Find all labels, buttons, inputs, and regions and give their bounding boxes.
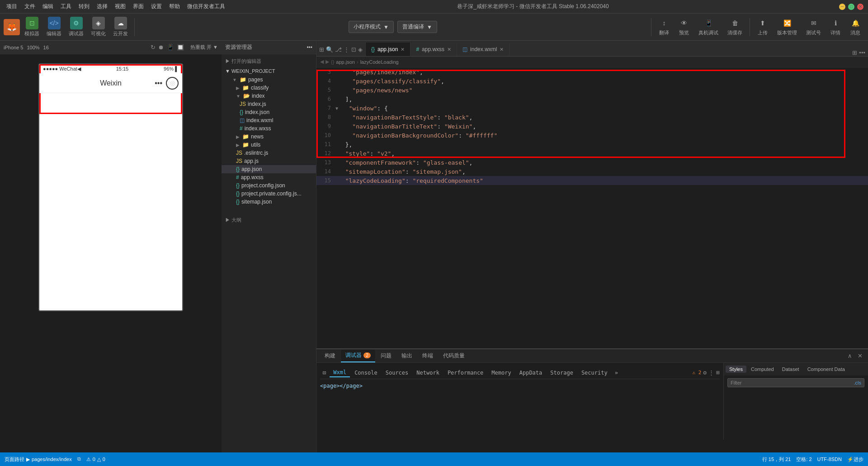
menu-project[interactable]: 项目 <box>5 2 19 11</box>
tab-security[interactable]: Security <box>578 369 611 377</box>
file-item-index-wxml[interactable]: ◫ index.wxml <box>222 116 316 124</box>
tab-memory[interactable]: Memory <box>488 369 514 377</box>
breadcrumb-nav-back[interactable]: ◀ <box>320 59 324 65</box>
copy-icon[interactable]: ⧉ <box>77 456 81 463</box>
tab-action-split-icon[interactable]: ⊞ <box>852 49 857 56</box>
menu-help[interactable]: 帮助 <box>167 2 182 11</box>
tab-split-icon[interactable]: ⊞ <box>319 46 324 53</box>
tab-extra-icon[interactable]: ⊡ <box>351 46 356 53</box>
menu-goto[interactable]: 转到 <box>77 2 91 11</box>
breadcrumb-nav-forward[interactable]: ▶ <box>326 59 329 65</box>
tab-more-chevron[interactable]: » <box>612 369 621 377</box>
details-btn[interactable]: ℹ 详情 <box>826 16 844 38</box>
tab-action-more-icon[interactable]: ••• <box>859 49 865 56</box>
file-item-index-json[interactable]: {} index.json <box>222 108 316 116</box>
tab-appjson[interactable]: {} app.json ✕ <box>366 43 410 56</box>
tab-cloud-icon[interactable]: ◈ <box>358 46 363 53</box>
right-tab-dataset[interactable]: Dataset <box>778 366 803 373</box>
devtools-close-icon[interactable]: ✕ <box>856 352 864 360</box>
devtools-terminal-tab[interactable]: 终端 <box>418 350 438 362</box>
cloud-tool[interactable]: ☁ 云开发 <box>110 15 131 39</box>
debugger-tool[interactable]: ⚙ 调试器 <box>66 15 86 39</box>
menu-edit[interactable]: 编辑 <box>41 2 55 11</box>
filter-cls-icon[interactable]: .cls <box>854 380 862 385</box>
file-item-news[interactable]: ▶ 📁 news <box>222 133 316 141</box>
outline-section[interactable]: ▶ 大纲 <box>222 215 316 225</box>
file-item-appwxss[interactable]: # app.wxss <box>222 173 316 181</box>
real-machine-btn[interactable]: 📱 真机调试 <box>695 16 722 38</box>
filter-placeholder[interactable]: Filter <box>731 380 741 385</box>
maximize-button[interactable]: □ <box>848 4 854 10</box>
tab-more-icon[interactable]: ⋮ <box>344 46 349 53</box>
devtools-build-tab[interactable]: 构建 <box>320 350 340 362</box>
translate-btn[interactable]: ↕ 翻译 <box>655 16 673 38</box>
sim-record-icon[interactable]: ⏺ <box>158 44 164 51</box>
tab-storage[interactable]: Storage <box>547 369 577 377</box>
tab-indexwxml[interactable]: ◫ index.wxml ✕ <box>457 43 509 56</box>
tab-wxml[interactable]: Wxml <box>330 368 350 377</box>
menu-wechat-devtools[interactable]: 微信开发者工具 <box>185 2 227 11</box>
devtools-up-icon[interactable]: ∧ <box>846 352 854 360</box>
simulator-tool[interactable]: ⊡ 模拟器 <box>22 15 42 39</box>
file-item-classify[interactable]: ▶ 📁 classify <box>222 84 316 92</box>
editor-tool[interactable]: </> 编辑器 <box>44 15 64 39</box>
device-selector[interactable]: iPhone 5 <box>4 45 23 50</box>
tab-search-icon[interactable]: 🔍 <box>326 46 333 53</box>
devtools-issues-tab[interactable]: 问题 <box>376 350 396 362</box>
upload-btn[interactable]: ⬆ 上传 <box>754 16 772 38</box>
compile-selector[interactable]: 普通编译 ▼ <box>397 21 437 33</box>
right-tab-styles[interactable]: Styles <box>726 366 746 373</box>
devtools-gear-icon[interactable]: ⚙ <box>703 369 707 376</box>
file-item-index[interactable]: ▼ 📂 index <box>222 92 316 100</box>
project-section[interactable]: ▼ WEIXIN_PROJECT <box>222 67 316 76</box>
mode-selector[interactable]: 小程序模式 ▼ <box>349 21 394 33</box>
file-panel-more-icon[interactable]: ••• <box>307 44 312 51</box>
close-button[interactable]: ✕ <box>857 4 863 10</box>
breadcrumb-path[interactable]: lazyCodeLoading <box>360 59 399 65</box>
menu-settings[interactable]: 设置 <box>149 2 164 11</box>
right-tab-component-data[interactable]: Component Data <box>804 366 849 373</box>
notifications-btn[interactable]: 🔔 消息 <box>846 16 864 38</box>
file-item-appjson[interactable]: {} app.json <box>222 165 316 173</box>
phone-more-icon[interactable]: ••• <box>155 79 162 87</box>
menu-interface[interactable]: 界面 <box>131 2 146 11</box>
file-item-pages[interactable]: ▼ 📁 pages <box>222 76 316 84</box>
file-item-eslint[interactable]: JS .eslintrc.js <box>222 149 316 157</box>
phone-circle-icon[interactable]: ◎ <box>166 77 179 90</box>
test-btn[interactable]: ✉ 测试号 <box>802 16 825 38</box>
open-editors-section[interactable]: ▶ 打开的编辑器 <box>222 56 316 67</box>
tab-sources[interactable]: Sources <box>382 369 412 377</box>
wxml-inspect-icon[interactable]: ⊡ <box>320 369 329 377</box>
minimize-button[interactable]: ─ <box>839 4 845 10</box>
right-tab-computed[interactable]: Computed <box>747 366 778 373</box>
tab-performance[interactable]: Performance <box>444 369 487 377</box>
clear-cache-btn[interactable]: 🗑 清缓存 <box>724 16 746 38</box>
tab-console[interactable]: Console <box>351 369 381 377</box>
file-item-utils[interactable]: ▶ 📁 utils <box>222 141 316 149</box>
tab-appdata[interactable]: AppData <box>516 369 546 377</box>
file-item-appjs[interactable]: JS app.js <box>222 157 316 165</box>
menu-select[interactable]: 选择 <box>95 2 109 11</box>
devtools-debugger-tab[interactable]: 调试器 2 <box>341 350 375 362</box>
tab-appwxss[interactable]: # app.wxss ✕ <box>410 43 457 56</box>
tab-network[interactable]: Network <box>413 369 443 377</box>
tab-source-icon[interactable]: ⎇ <box>335 46 342 53</box>
file-item-index-wxss[interactable]: # index.wxss <box>222 124 316 133</box>
page-tag[interactable]: <page></page> <box>320 383 363 389</box>
file-item-index-js[interactable]: JS index.js <box>222 100 316 108</box>
sim-reload-icon[interactable]: ↻ <box>151 44 156 51</box>
version-btn[interactable]: 🔀 版本管理 <box>774 16 801 38</box>
devtools-expand-icon[interactable]: ⊞ <box>716 369 720 376</box>
collapse-arrow-7[interactable]: ▼ <box>335 106 338 111</box>
menu-file[interactable]: 文件 <box>23 2 37 11</box>
file-item-project-private[interactable]: {} project.private.config.js... <box>222 190 316 198</box>
hot-reload-label[interactable]: 热重载 开 ▼ <box>190 44 218 51</box>
tab-indexwxml-close[interactable]: ✕ <box>500 47 504 52</box>
devtools-quality-tab[interactable]: 代码质量 <box>439 350 469 362</box>
breadcrumb-file[interactable]: app.json <box>336 59 355 65</box>
visualize-tool[interactable]: ◈ 可视化 <box>88 15 108 39</box>
file-item-sitemap[interactable]: {} sitemap.json <box>222 198 316 206</box>
tab-appwxss-close[interactable]: ✕ <box>447 47 451 52</box>
sim-landscape-icon[interactable]: 🔲 <box>177 44 184 51</box>
devtools-menu-icon[interactable]: ⋮ <box>708 369 714 376</box>
